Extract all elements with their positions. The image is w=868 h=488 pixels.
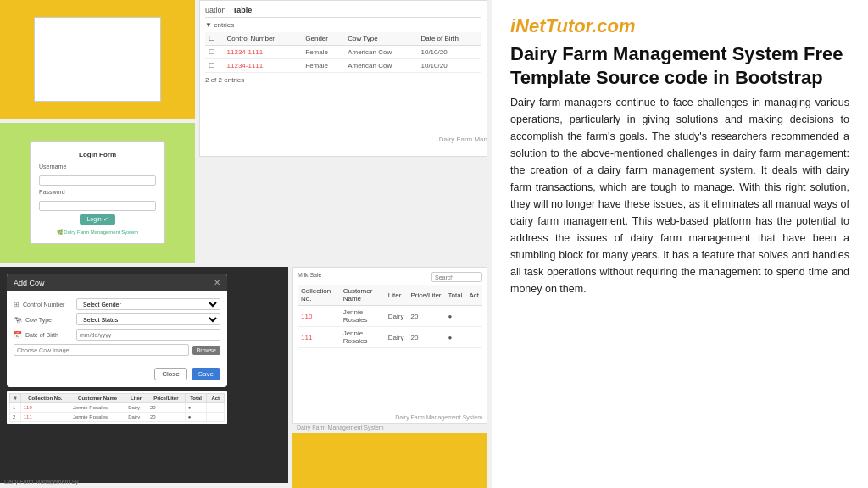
inner-white-block bbox=[34, 17, 161, 102]
article-title: Dairy Farm Management System Free Templa… bbox=[510, 42, 849, 89]
col-act: Act bbox=[207, 394, 225, 403]
username-field: Username bbox=[39, 164, 156, 186]
cell-cowtype: American Cow bbox=[344, 46, 417, 59]
col-gender: Gender bbox=[302, 32, 344, 46]
watermark-mid: Dairy Farm Man bbox=[439, 136, 487, 143]
col-no: # bbox=[10, 394, 21, 403]
cow-table: ☐ Control Number Gender Cow Type Date of… bbox=[205, 32, 481, 73]
col-price: Price/Liter bbox=[147, 394, 186, 403]
screenshot-botyellow bbox=[292, 433, 487, 488]
cowtype-icon: 🐄 bbox=[14, 316, 22, 324]
save-button[interactable]: Save bbox=[192, 368, 220, 380]
article-description: Dairy farm managers continue to face cha… bbox=[510, 94, 849, 297]
add-cow-footer: Close Save bbox=[7, 368, 227, 387]
dob-row: 📅 Date of Birth bbox=[14, 329, 220, 341]
watermark-bot2: Dairy Farm Management System bbox=[297, 424, 384, 430]
screenshot-addcow: Add Cow ✕ ⊞ Control Number Select Gender bbox=[0, 267, 288, 483]
add-cow-modal: Add Cow ✕ ⊞ Control Number Select Gender bbox=[7, 274, 227, 387]
cell-checkbox: ☐ bbox=[205, 46, 224, 59]
col-cowtype: Cow Type bbox=[344, 32, 417, 46]
login-logo: 🌿 Dairy Farm Management System bbox=[39, 229, 156, 235]
close-icon[interactable]: ✕ bbox=[214, 278, 220, 287]
col-cname: Customer Name bbox=[70, 394, 125, 403]
dob-input[interactable] bbox=[76, 329, 220, 341]
table-row: 110 Jennie Rosales Dairy 20 ● bbox=[298, 306, 482, 327]
milk-title: Milk Sale bbox=[298, 272, 321, 282]
col-total: Total bbox=[185, 394, 207, 403]
cell-gender: Female bbox=[302, 46, 344, 59]
cell-dob: 10/10/20 bbox=[417, 59, 481, 73]
add-cow-body: ⊞ Control Number Select Gender 🐄 Cow Typ… bbox=[7, 291, 227, 368]
secondary-table: # Collection No. Customer Name Liter Pri… bbox=[9, 393, 225, 422]
col-liters: Liter bbox=[125, 394, 147, 403]
control-number-label: ⊞ Control Number bbox=[14, 301, 73, 308]
login-form-box: Login Form Username Password Login ✓ 🌿 D… bbox=[30, 141, 165, 244]
add-cow-title: Add Cow bbox=[14, 279, 45, 287]
table-row: 111 Jennie Rosales Dairy 20 ● bbox=[298, 327, 482, 348]
screenshot-milk: Milk Sale Collection No. Customer Name L… bbox=[292, 267, 487, 424]
milk-table: Collection No. Customer Name Liter Price… bbox=[298, 285, 482, 348]
image-input[interactable] bbox=[14, 344, 189, 356]
screenshots-panel: uation Table ▼ entries ☐ Control Number … bbox=[0, 0, 492, 488]
table-row: 2 111 Jennie Rosales Dairy 20 ● bbox=[10, 413, 225, 422]
milk-watermark: Dairy Farm Management System bbox=[395, 414, 482, 420]
col-dob: Date of Birth bbox=[417, 32, 481, 46]
watermark-bot1: Dairy Farm Management Sy bbox=[4, 479, 79, 485]
table-row: ☐ 11234-1111 Female American Cow 10/10/2… bbox=[205, 59, 481, 73]
login-form-title: Login Form bbox=[39, 151, 156, 158]
article-panel: iNetTutor.com Dairy Farm Management Syst… bbox=[492, 0, 868, 488]
browse-button[interactable]: Browse bbox=[192, 346, 220, 355]
password-field: Password bbox=[39, 189, 156, 211]
table-row: 1 110 Jennie Rosales Dairy 20 ● bbox=[10, 403, 225, 413]
milk-header: Milk Sale bbox=[298, 272, 482, 282]
cell-cowtype: American Cow bbox=[344, 59, 417, 73]
tab-uation: uation bbox=[205, 6, 226, 14]
hashtag-icon: ⊞ bbox=[14, 301, 19, 308]
cell-gender: Female bbox=[302, 59, 344, 73]
cell-checkbox: ☐ bbox=[205, 59, 224, 73]
username-label: Username bbox=[39, 164, 156, 169]
password-input[interactable] bbox=[39, 201, 156, 211]
image-row: Browse bbox=[14, 344, 220, 356]
password-label: Password bbox=[39, 189, 156, 195]
col-name: Collection No. bbox=[20, 394, 70, 403]
cow-type-row: 🐄 Cow Type Select Status bbox=[14, 313, 220, 325]
close-modal-button[interactable]: Close bbox=[154, 368, 186, 380]
tab-bar: uation Table bbox=[205, 6, 481, 18]
entries-dropdown: ▼ entries bbox=[205, 21, 481, 29]
username-input[interactable] bbox=[39, 175, 156, 186]
brand-title: iNetTutor.com bbox=[510, 15, 849, 37]
table-footer: 2 of 2 entries bbox=[205, 76, 481, 84]
calendar-icon: 📅 bbox=[14, 331, 22, 339]
milk-search[interactable] bbox=[431, 272, 482, 282]
tab-table: Table bbox=[233, 6, 253, 14]
screenshot-topleft-yellow bbox=[0, 0, 195, 119]
control-number-row: ⊞ Control Number Select Gender bbox=[14, 298, 220, 310]
dob-label: 📅 Date of Birth bbox=[14, 331, 73, 339]
cell-control: 11234-1111 bbox=[224, 46, 303, 59]
cell-control: 11234-1111 bbox=[224, 59, 303, 73]
screenshot-login: Login Form Username Password Login ✓ 🌿 D… bbox=[0, 123, 195, 263]
cell-dob: 10/10/20 bbox=[417, 46, 481, 59]
table-row: ☐ 11234-1111 Female American Cow 10/10/2… bbox=[205, 46, 481, 59]
cow-type-label: 🐄 Cow Type bbox=[14, 316, 73, 324]
col-control: Control Number bbox=[224, 32, 303, 46]
gender-select[interactable]: Select Gender bbox=[76, 298, 220, 310]
screenshot-table: uation Table ▼ entries ☐ Control Number … bbox=[199, 0, 487, 157]
add-cow-header: Add Cow ✕ bbox=[7, 274, 227, 291]
login-button[interactable]: Login ✓ bbox=[80, 214, 114, 225]
status-select[interactable]: Select Status bbox=[76, 313, 220, 325]
col-checkbox: ☐ bbox=[205, 32, 224, 46]
